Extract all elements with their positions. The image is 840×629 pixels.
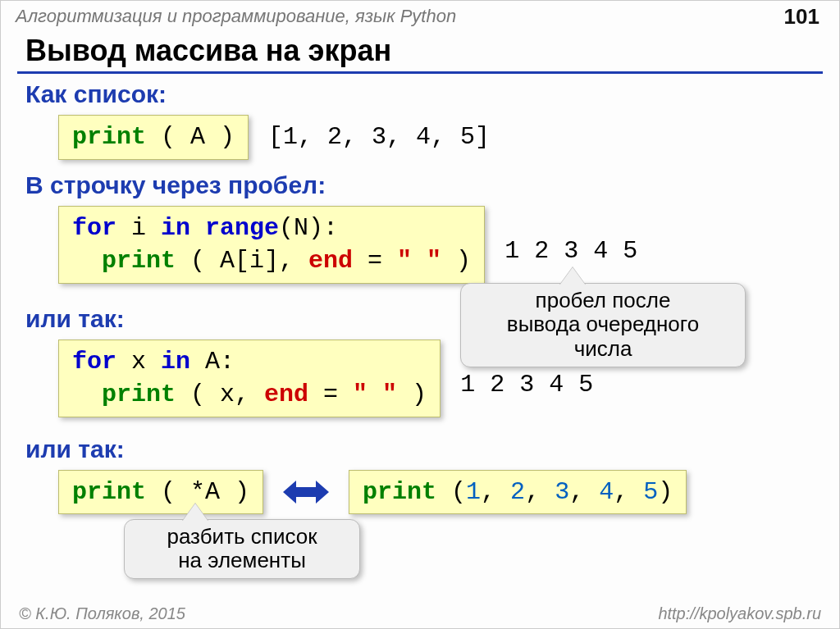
kw-print: print [102, 381, 176, 408]
double-arrow-icon [283, 478, 329, 506]
kw-in: in [161, 348, 190, 376]
footer-url: http://kpolyakov.spb.ru [658, 604, 821, 623]
kw-print: print [72, 478, 146, 506]
title-rule [17, 71, 823, 74]
code-print-star: print ( *A ) [58, 470, 263, 515]
heading-as-list: Как список: [25, 80, 815, 108]
callout-unpack: разбить список на элементы [124, 519, 360, 580]
output-spaced-1: 1 2 3 4 5 [504, 237, 637, 265]
str-space: " " [397, 247, 441, 275]
callout-tail-icon [182, 504, 208, 522]
kw-end: end [308, 247, 353, 275]
course-header: Алгоритмизация и программирование, язык … [1, 1, 839, 27]
footer: © К.Ю. Поляков, 2015 http://kpolyakov.sp… [1, 604, 839, 623]
callout-tail-icon [559, 267, 586, 285]
code-for-x: for x in A: print ( x, end = " " ) [58, 340, 441, 417]
output-list: [1, 2, 3, 4, 5] [268, 123, 490, 151]
callout-text: разбить список на элементы [167, 524, 317, 573]
kw-print: print [102, 247, 176, 275]
kw-print: print [363, 478, 436, 506]
kw-range: range [205, 214, 279, 242]
kw-end: end [264, 381, 308, 408]
output-spaced-2: 1 2 3 4 5 [460, 371, 593, 399]
kw-for: for [72, 348, 116, 376]
callout-space: пробел после вывода очередного числа [460, 283, 746, 368]
kw-in: in [161, 214, 190, 242]
page-number: 101 [784, 4, 819, 30]
str-space: " " [353, 381, 397, 408]
code-for-range: for i in range(N): print ( A[i], end = "… [58, 206, 485, 284]
callout-text: пробел после вывода очередного числа [507, 288, 699, 362]
kw-print: print [72, 123, 146, 151]
code-print-expanded: print (1, 2, 3, 4, 5) [349, 470, 687, 515]
slide-title: Вывод массива на экран [1, 27, 839, 71]
svg-marker-0 [283, 481, 329, 504]
code-text: ( A ) [146, 123, 235, 151]
footer-copyright: © К.Ю. Поляков, 2015 [19, 604, 185, 623]
heading-line-space: В строчку через пробел: [25, 171, 815, 199]
code-print-a: print ( A ) [58, 115, 249, 160]
kw-for: for [72, 214, 116, 242]
heading-or-2: или так: [25, 435, 815, 463]
